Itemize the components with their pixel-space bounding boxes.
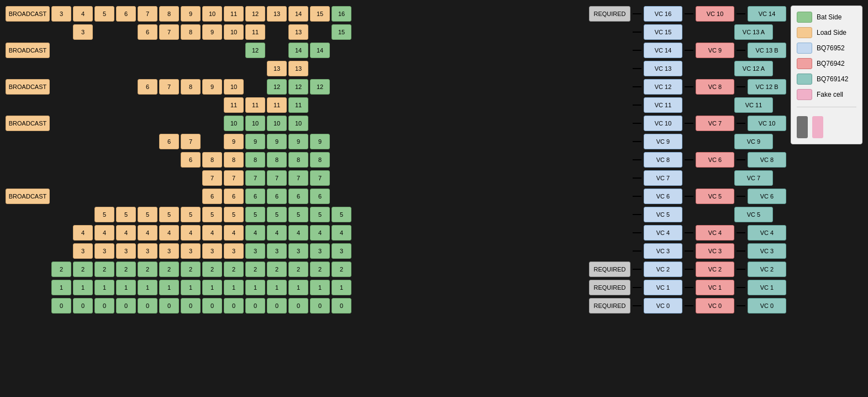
- cell: 2: [138, 262, 157, 277]
- cell: 8: [310, 152, 330, 168]
- connector: [685, 232, 693, 233]
- row-14: 2 2 2 2 2 2 2 2 2 2 2 2 2 2: [6, 261, 583, 278]
- cell: 0: [116, 298, 136, 314]
- connector: [633, 250, 641, 252]
- cell: 12: [267, 79, 287, 95]
- connector: [633, 86, 641, 87]
- bat-side-swatch: [797, 12, 812, 23]
- cell: 0: [267, 298, 287, 314]
- vc-row-0: REQUIRED VC 0 VC 0 VC 0: [589, 297, 786, 314]
- cell: 5: [224, 207, 244, 222]
- vc-bq76952: VC 14: [644, 43, 682, 58]
- cell: 9: [202, 79, 222, 95]
- cell: 4: [73, 6, 93, 22]
- vc-bq76942: VC 1: [696, 280, 734, 295]
- vc-row-6: VC 6 VC 5 VC 6: [589, 188, 786, 205]
- cell: 1: [202, 280, 222, 295]
- cell: 2: [224, 262, 244, 277]
- cell: 4: [116, 225, 136, 241]
- connector: [685, 196, 693, 197]
- cell: 7: [310, 170, 330, 186]
- connector: [685, 250, 693, 252]
- cell: 4: [310, 225, 330, 241]
- vc-bq76942: VC 0: [696, 298, 734, 314]
- main-container: BROADCAST 3 4 5 6 7 8 9 10 11 12 13 14 1…: [0, 0, 868, 320]
- cell: 0: [138, 298, 157, 314]
- cell: 9: [267, 134, 287, 149]
- broadcast-label-1: BROADCAST: [6, 6, 50, 22]
- row-7: 6 7 9 9 9 9 9: [6, 133, 583, 150]
- cell: 8: [181, 79, 201, 95]
- cell: 1: [159, 280, 179, 295]
- cell: 4: [202, 225, 222, 241]
- cell: 3: [159, 243, 179, 259]
- connector: [685, 123, 693, 124]
- connector: [737, 287, 745, 288]
- cell: 2: [267, 262, 287, 277]
- cell: 5: [138, 207, 157, 222]
- connector: [737, 196, 745, 197]
- broadcast-label-5: BROADCAST: [6, 189, 50, 204]
- vc-row-1: REQUIRED VC 1 VC 1 VC 1: [589, 279, 786, 296]
- connector: [633, 32, 641, 33]
- cell: 14: [310, 43, 330, 58]
- vc-bq76952: VC 13: [644, 61, 682, 76]
- cell: 8: [288, 152, 308, 168]
- cell: 1: [267, 280, 287, 295]
- cell: 3: [94, 243, 114, 259]
- cell: 5: [159, 207, 179, 222]
- row-broadcast-3: BROADCAST 6 7 8 9 10 12 12 12: [6, 79, 583, 95]
- cell: 14: [288, 43, 308, 58]
- cell: 7: [202, 170, 222, 186]
- cell: 2: [288, 262, 308, 277]
- cell: 1: [224, 280, 244, 295]
- cell: 5: [245, 207, 265, 222]
- cell: 2: [245, 262, 265, 277]
- cell: 10: [288, 116, 308, 131]
- cell: 10: [202, 6, 222, 22]
- cell: 6: [159, 134, 179, 149]
- vc-bq76952: VC 8: [644, 152, 682, 168]
- bq769142-swatch: [797, 74, 812, 85]
- cell: 7: [138, 6, 157, 22]
- cell: 6: [181, 152, 201, 168]
- vc-bq76952: VC 12: [644, 79, 682, 95]
- cell: 3: [288, 243, 308, 259]
- cell: 4: [94, 225, 114, 241]
- cell: 3: [73, 24, 93, 40]
- broadcast-label-3: BROADCAST: [6, 79, 50, 95]
- vc-row-11: VC 11 VC 11: [589, 97, 786, 113]
- connector: [633, 50, 641, 51]
- cell: 0: [288, 298, 308, 314]
- vc-bq769142: VC 12 B: [748, 79, 786, 95]
- cell: 3: [116, 243, 136, 259]
- cell: 6: [310, 189, 330, 204]
- cell: 13: [267, 61, 287, 76]
- cell: 5: [288, 207, 308, 222]
- legend-item-load-side: Load Side: [797, 27, 856, 38]
- vc-bq76952: VC 9: [644, 134, 682, 149]
- cell: 10: [224, 24, 244, 40]
- vc-bq76942: VC 9: [696, 43, 734, 58]
- vc-bq76942: VC 4: [696, 225, 734, 241]
- cell: 2: [116, 262, 136, 277]
- cell: 5: [267, 207, 287, 222]
- legend-item-bq76952: BQ76952: [797, 43, 856, 54]
- cell: 1: [73, 280, 93, 295]
- cell: 1: [181, 280, 201, 295]
- cell: 14: [288, 6, 308, 22]
- vc-bq769142: VC 2: [748, 262, 786, 277]
- cell: 6: [267, 189, 287, 204]
- bq76952-swatch: [797, 43, 812, 54]
- connector: [737, 86, 745, 87]
- vc-bq769142: VC 6: [748, 189, 786, 204]
- legend-item-bq76942: BQ76942: [797, 58, 856, 69]
- cell: 4: [245, 225, 265, 241]
- cell: 4: [181, 225, 201, 241]
- vc-bq76952: VC 15: [644, 24, 682, 40]
- vc-bq76942: VC 10: [696, 6, 734, 22]
- vc-row-15: VC 15 VC 13 A: [589, 24, 786, 40]
- cell: 0: [94, 298, 114, 314]
- connector: [633, 232, 641, 233]
- cell: 0: [73, 298, 93, 314]
